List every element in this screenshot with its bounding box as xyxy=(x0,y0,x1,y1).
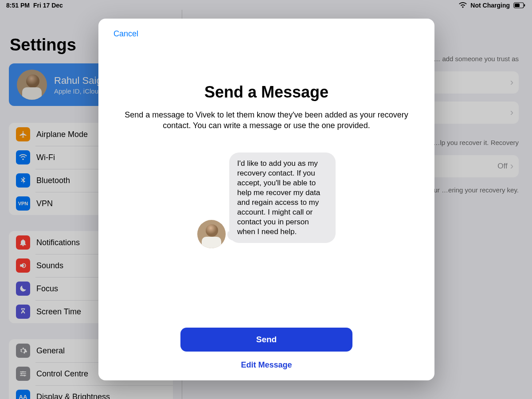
cancel-button[interactable]: Cancel xyxy=(113,29,138,39)
modal-subtitle: Send a message to Vivek to let them know… xyxy=(124,110,409,131)
edit-message-button[interactable]: Edit Message xyxy=(241,360,292,370)
send-message-modal: Cancel Send a Message Send a message to … xyxy=(98,19,434,380)
message-preview: I'd like to add you as my recovery conta… xyxy=(113,153,419,243)
avatar xyxy=(197,220,226,248)
message-bubble: I'd like to add you as my recovery conta… xyxy=(229,153,336,243)
svg-point-19 xyxy=(206,224,218,237)
svg-rect-20 xyxy=(202,237,221,248)
send-button[interactable]: Send xyxy=(180,328,352,352)
modal-title: Send a Message xyxy=(113,83,419,102)
